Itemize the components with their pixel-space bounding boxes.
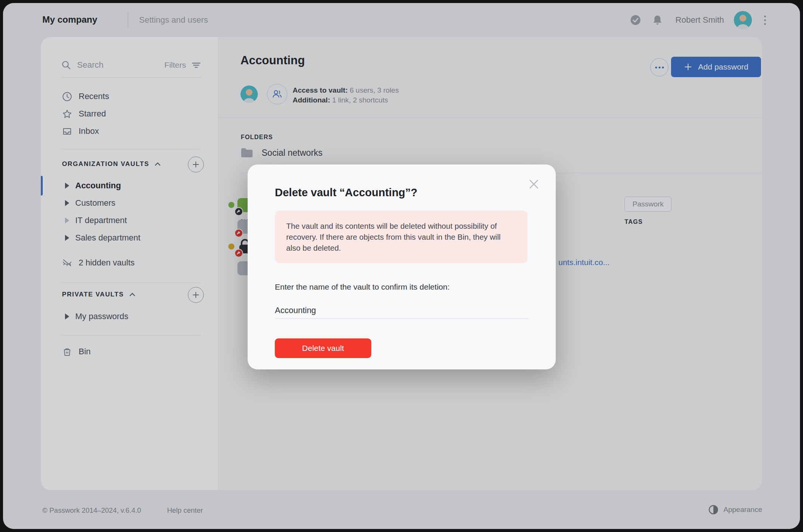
close-icon[interactable]	[528, 178, 540, 190]
warning-message: The vault and its contents will be delet…	[275, 211, 527, 263]
delete-vault-modal: Delete vault “Accounting”? The vault and…	[248, 164, 556, 369]
vault-name-input[interactable]	[275, 302, 529, 319]
app-window: My company Settings and users Robert Smi…	[3, 3, 800, 529]
delete-vault-button[interactable]: Delete vault	[275, 338, 371, 358]
confirm-prompt: Enter the name of the vault to confirm i…	[275, 282, 450, 292]
modal-title: Delete vault “Accounting”?	[275, 186, 417, 199]
